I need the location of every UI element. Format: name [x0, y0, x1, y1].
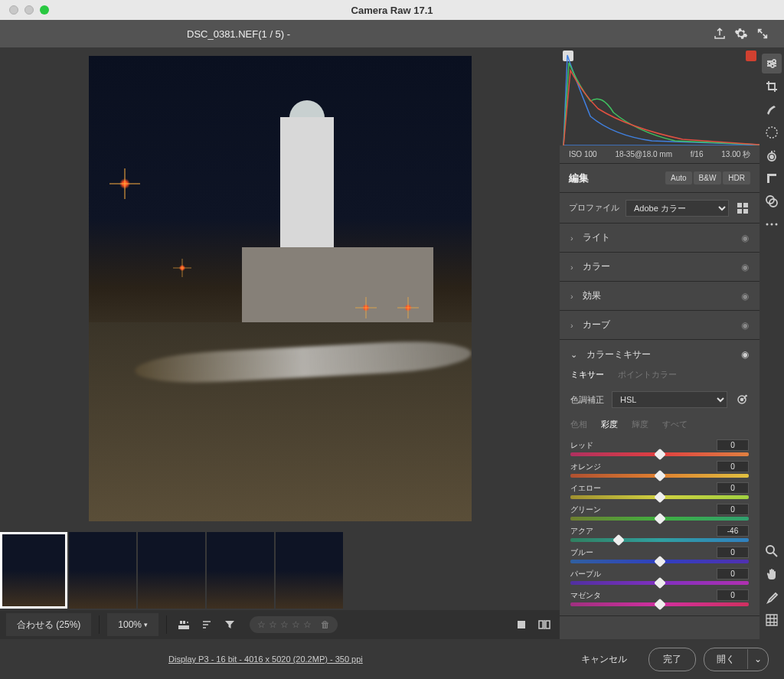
image-info-link[interactable]: Display P3 - 16 bit - 4016 x 5020 (20.2M… — [168, 655, 363, 664]
slider-track[interactable] — [570, 581, 749, 585]
slider-value[interactable]: 0 — [717, 461, 749, 472]
edit-panel: ISO 10018-35@18.0 mmf/1613.00 秒 編集 Auto … — [560, 47, 760, 639]
slider-track[interactable] — [570, 560, 749, 563]
compare-split-icon[interactable] — [535, 615, 554, 634]
hand-tool-icon[interactable] — [762, 564, 782, 584]
export-icon[interactable] — [709, 23, 730, 44]
chevron-down-icon[interactable]: ⌄ — [747, 649, 768, 669]
zoom-100-button[interactable]: 100% ▾ — [107, 613, 158, 636]
svg-point-26 — [776, 224, 778, 226]
healing-tool-icon[interactable] — [762, 100, 782, 119]
tab-luminance[interactable]: 輝度 — [632, 419, 648, 430]
star-icon[interactable]: ☆ — [257, 619, 266, 630]
star-icon[interactable]: ☆ — [292, 619, 300, 630]
auto-button[interactable]: Auto — [665, 171, 692, 184]
panel-color-mixer: ⌄カラーミキサー◉ ミキサー ポイントカラー 色調補正 HSL 色相 彩度 輝度… — [560, 340, 760, 616]
svg-rect-6 — [546, 621, 550, 628]
rating-stars[interactable]: ☆☆☆☆☆ 🗑 — [250, 616, 338, 633]
done-button[interactable]: 完了 — [648, 648, 696, 671]
slider-track[interactable] — [570, 495, 749, 499]
image-viewer[interactable] — [0, 47, 560, 529]
histogram[interactable] — [560, 47, 760, 145]
slider-マゼンタ: マゼンタ 0 — [570, 589, 749, 606]
slider-track[interactable] — [570, 517, 749, 521]
slider-value[interactable]: 0 — [717, 547, 749, 558]
slider-パープル: パープル 0 — [570, 568, 749, 585]
slider-track[interactable] — [570, 474, 749, 478]
slider-value[interactable]: -46 — [717, 525, 749, 537]
slider-イエロー: イエロー 0 — [570, 482, 749, 499]
panel-effects[interactable]: ›効果◉ — [560, 282, 760, 311]
bw-button[interactable]: B&W — [694, 171, 722, 184]
grid-view-icon[interactable] — [175, 615, 193, 634]
redeye-tool-icon[interactable] — [762, 145, 782, 165]
presets-tool-icon[interactable] — [762, 191, 782, 211]
color-sampler-icon[interactable] — [762, 587, 782, 607]
hdr-button[interactable]: HDR — [723, 171, 750, 184]
svg-rect-4 — [518, 621, 525, 628]
slider-value[interactable]: 0 — [717, 439, 749, 451]
window-titlebar: Camera Raw 17.1 — [0, 0, 784, 20]
tab-mixer[interactable]: ミキサー — [570, 369, 604, 380]
slider-value[interactable]: 0 — [717, 482, 749, 494]
panel-light[interactable]: ›ライト◉ — [560, 224, 760, 253]
eye-icon[interactable]: ◉ — [741, 291, 749, 302]
grid-icon[interactable] — [762, 610, 782, 630]
panel-header[interactable]: ⌄カラーミキサー◉ — [560, 340, 760, 369]
trash-icon[interactable]: 🗑 — [321, 619, 330, 630]
profile-select[interactable]: Adobe カラー — [626, 200, 729, 217]
fit-zoom-button[interactable]: 合わせる (25%) — [6, 613, 91, 636]
filmstrip-thumb[interactable] — [207, 532, 274, 609]
panel-curves[interactable]: ›カーブ◉ — [560, 311, 760, 340]
edit-tool-icon[interactable] — [762, 54, 782, 73]
profile-row: プロファイル Adobe カラー — [560, 193, 760, 224]
profile-browser-icon[interactable] — [735, 201, 750, 216]
filmstrip-thumb[interactable] — [276, 532, 343, 609]
slider-グリーン: グリーン 0 — [570, 504, 749, 521]
eye-icon[interactable]: ◉ — [741, 320, 749, 331]
eye-icon[interactable]: ◉ — [741, 262, 749, 273]
tab-saturation[interactable]: 彩度 — [601, 419, 618, 430]
star-icon[interactable]: ☆ — [269, 619, 277, 630]
slider-track[interactable] — [570, 538, 749, 542]
app-title: Camera Raw 17.1 — [0, 5, 784, 16]
fullscreen-icon[interactable] — [752, 23, 773, 44]
panel-color[interactable]: ›カラー◉ — [560, 253, 760, 282]
more-icon[interactable] — [762, 214, 782, 234]
settings-icon[interactable] — [730, 23, 752, 44]
tab-all[interactable]: すべて — [662, 419, 688, 430]
slider-track[interactable] — [570, 452, 749, 456]
sort-icon[interactable] — [198, 615, 216, 634]
footer-bar: Display P3 - 16 bit - 4016 x 5020 (20.2M… — [0, 639, 784, 679]
filmstrip-thumb[interactable] — [69, 532, 136, 609]
document-header: DSC_0381.NEF(1 / 5) - — [0, 20, 784, 47]
svg-point-25 — [771, 224, 773, 226]
slider-value[interactable]: 0 — [717, 568, 749, 579]
slider-value[interactable]: 0 — [717, 504, 749, 515]
compare-single-icon[interactable] — [512, 615, 531, 634]
svg-rect-1 — [180, 621, 182, 624]
slider-track[interactable] — [570, 602, 749, 606]
star-icon[interactable]: ☆ — [303, 619, 312, 630]
mask-tool-icon[interactable] — [762, 122, 782, 142]
slider-ブルー: ブルー 0 — [570, 547, 749, 563]
hsl-mode-select[interactable]: HSL — [612, 391, 727, 408]
chevron-right-icon: › — [570, 321, 573, 330]
snapshot-tool-icon[interactable] — [762, 168, 782, 188]
tab-hue[interactable]: 色相 — [570, 419, 587, 430]
eye-icon[interactable]: ◉ — [741, 349, 749, 360]
zoom-tool-icon[interactable] — [762, 541, 782, 561]
slider-value[interactable]: 0 — [717, 589, 749, 601]
tab-point-color[interactable]: ポイントカラー — [618, 369, 677, 380]
filmstrip-thumb[interactable] — [0, 532, 67, 609]
cancel-button[interactable]: キャンセル — [567, 648, 641, 671]
slider-オレンジ: オレンジ 0 — [570, 461, 749, 478]
eye-icon[interactable]: ◉ — [741, 233, 749, 243]
filter-icon[interactable] — [220, 615, 239, 634]
open-button[interactable]: 開く⌄ — [704, 648, 769, 671]
filmstrip-thumb[interactable] — [138, 532, 205, 609]
targeted-adjustment-icon[interactable] — [735, 393, 749, 406]
star-icon[interactable]: ☆ — [280, 619, 289, 630]
crop-tool-icon[interactable] — [762, 77, 782, 96]
svg-rect-0 — [178, 625, 189, 629]
